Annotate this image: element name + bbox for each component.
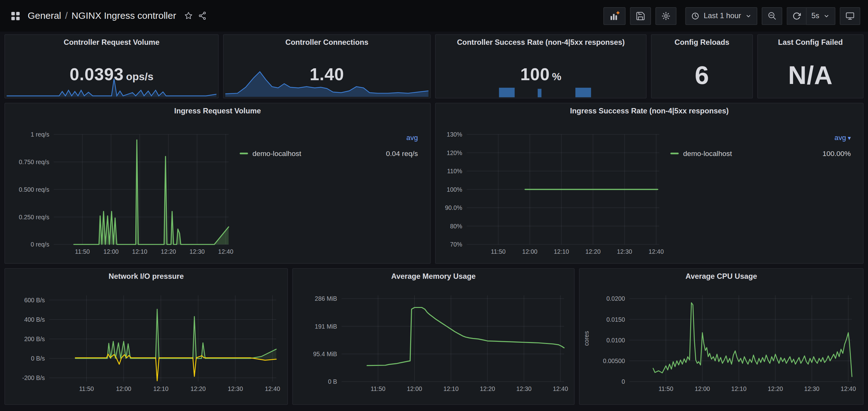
timeseries-chart[interactable]: 11:5012:0012:1012:2012:3012:400 req/s0.2… [5, 103, 431, 264]
svg-text:12:30: 12:30 [804, 385, 820, 392]
star-dashboard-button[interactable] [182, 9, 195, 23]
panel-title[interactable]: Network I/O pressure [5, 272, 287, 280]
svg-text:12:20: 12:20 [191, 385, 206, 392]
refresh-button[interactable] [786, 7, 806, 25]
panel-title[interactable]: Ingress Success Rate (non-4|5xx response… [436, 107, 863, 115]
svg-text:0.0150: 0.0150 [607, 316, 625, 323]
panel-title[interactable]: Config Reloads [652, 38, 752, 46]
svg-text:80%: 80% [450, 223, 462, 230]
stat-number: 6 [694, 61, 709, 90]
panel-average-cpu-usage: Average CPU Usage 11:5012:0012:1012:2012… [579, 268, 864, 405]
svg-text:100%: 100% [446, 186, 462, 193]
svg-text:12:20: 12:20 [161, 248, 176, 255]
breadcrumb: General / NGINX Ingress controller [28, 10, 176, 21]
panel-title[interactable]: Last Config Failed [758, 38, 863, 46]
panel-ingress-request-volume: Ingress Request Volume 11:5012:0012:1012… [4, 103, 431, 264]
svg-text:12:30: 12:30 [189, 248, 205, 255]
panel-title[interactable]: Average Memory Usage [293, 272, 574, 280]
timeseries-chart[interactable]: 11:5012:0012:1012:2012:3012:40-200 B/s0 … [5, 269, 288, 405]
add-panel-icon [609, 10, 620, 21]
save-dashboard-button[interactable] [630, 7, 651, 25]
zoom-out-time-button[interactable] [762, 7, 782, 25]
panel-last-config-failed: Last Config Failed N/A [757, 34, 864, 98]
kiosk-mode-button[interactable] [840, 7, 860, 25]
time-range-picker[interactable]: Last 1 hour [685, 7, 757, 25]
series-color-dash [671, 152, 679, 154]
svg-text:0: 0 [622, 378, 625, 385]
legend-series-row[interactable]: demo-localhost100.00% [671, 147, 851, 159]
svg-text:12:00: 12:00 [407, 385, 423, 392]
svg-text:130%: 130% [446, 131, 462, 138]
svg-text:12:10: 12:10 [731, 385, 747, 392]
svg-text:400 B/s: 400 B/s [24, 316, 45, 323]
svg-text:12:40: 12:40 [553, 385, 568, 392]
apps-grid-icon [10, 10, 21, 21]
legend-calc-header[interactable]: avg [240, 132, 418, 143]
panel-title[interactable]: Controller Connections [224, 38, 430, 46]
svg-text:12:00: 12:00 [695, 385, 710, 392]
svg-text:12:10: 12:10 [554, 248, 569, 255]
svg-text:12:40: 12:40 [841, 385, 856, 392]
navbar-actions: Last 1 hour 5s [603, 7, 861, 25]
navbar: General / NGINX Ingress controller [0, 0, 868, 32]
svg-text:12:10: 12:10 [153, 385, 169, 392]
add-panel-button[interactable] [603, 7, 626, 25]
zoom-out-icon [767, 11, 776, 20]
svg-text:12:00: 12:00 [116, 385, 131, 392]
legend-series-row[interactable]: demo-localhost0.04 req/s [240, 147, 418, 159]
stat-value: N/A [758, 60, 863, 90]
svg-text:cores: cores [583, 331, 590, 346]
panel-controller-connections: Controller Connections 1.40 [223, 34, 431, 98]
svg-text:11:50: 11:50 [371, 385, 385, 392]
svg-text:95.4 MiB: 95.4 MiB [313, 350, 337, 357]
svg-text:12:30: 12:30 [617, 248, 632, 255]
clock-icon [691, 11, 700, 20]
svg-text:12:30: 12:30 [517, 385, 532, 392]
breadcrumb-dashboard-title[interactable]: NGINX Ingress controller [71, 10, 176, 21]
svg-text:12:40: 12:40 [649, 248, 664, 255]
breadcrumb-folder[interactable]: General [28, 10, 61, 21]
dashboards-menu-button[interactable] [8, 8, 23, 24]
svg-text:12:00: 12:00 [522, 248, 537, 255]
panel-title[interactable]: Ingress Request Volume [5, 107, 430, 115]
refresh-interval-label: 5s [811, 11, 819, 20]
stat-number: 0.0393 [70, 65, 124, 84]
panel-title[interactable]: Controller Success Rate (non-4|5xx respo… [436, 38, 646, 46]
legend-calc-header[interactable]: avg ▾ [671, 132, 851, 143]
svg-text:0 req/s: 0 req/s [31, 241, 49, 248]
svg-text:12:10: 12:10 [443, 385, 459, 392]
gear-icon [661, 11, 671, 21]
chevron-down-icon: ▾ [846, 134, 851, 141]
panel-controller-request-volume: Controller Request Volume 0.0393ops/s [4, 34, 219, 98]
svg-text:12:10: 12:10 [132, 248, 147, 255]
dashboard-settings-button[interactable] [655, 7, 676, 25]
svg-text:200 B/s: 200 B/s [24, 336, 45, 342]
refresh-interval-button[interactable]: 5s [806, 7, 835, 25]
svg-text:11:50: 11:50 [79, 385, 94, 392]
svg-text:-200 B/s: -200 B/s [22, 374, 45, 381]
chart-legend: avg ▾demo-localhost100.00% [671, 132, 851, 159]
timeseries-chart[interactable]: 11:5012:0012:1012:2012:3012:4000.005000.… [580, 269, 864, 405]
stat-value: 1.40 [224, 65, 430, 85]
save-icon [636, 11, 646, 21]
timeseries-chart[interactable]: 11:5012:0012:1012:2012:3012:4070%80%90.0… [436, 103, 864, 264]
series-name: demo-localhost [252, 149, 301, 157]
chevron-down-icon [823, 12, 830, 19]
breadcrumb-separator: / [61, 10, 71, 21]
series-value: 0.04 req/s [386, 149, 418, 157]
svg-text:0 B: 0 B [328, 378, 337, 385]
stat-number: N/A [788, 61, 833, 90]
stat-value: 0.0393ops/s [5, 65, 218, 85]
svg-text:0.750 req/s: 0.750 req/s [19, 159, 49, 165]
share-dashboard-button[interactable] [195, 9, 209, 23]
svg-text:70%: 70% [450, 241, 462, 248]
panel-controller-success-rate: Controller Success Rate (non-4|5xx respo… [435, 34, 647, 98]
svg-text:12:40: 12:40 [218, 248, 234, 255]
panel-title[interactable]: Controller Request Volume [5, 38, 218, 46]
refresh-picker: 5s [786, 7, 835, 25]
timeseries-chart[interactable]: 11:5012:0012:1012:2012:3012:400 B95.4 Mi… [293, 269, 575, 405]
panel-title[interactable]: Average CPU Usage [580, 272, 863, 280]
svg-text:1 req/s: 1 req/s [31, 131, 49, 138]
svg-text:12:20: 12:20 [585, 248, 601, 255]
svg-text:90.0%: 90.0% [445, 204, 462, 211]
